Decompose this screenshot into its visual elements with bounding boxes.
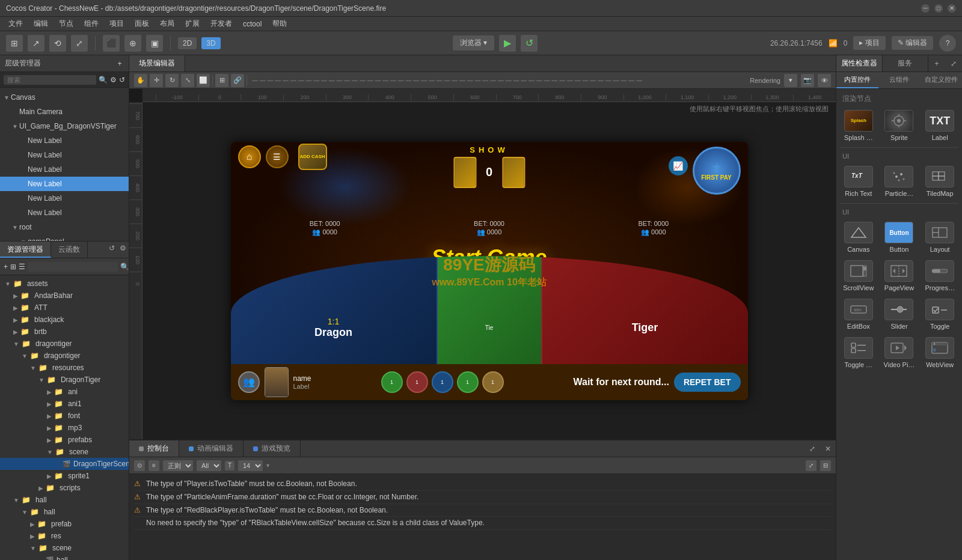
tool-rect[interactable]: ⬜ [197,74,210,87]
tree-item-ui-game-bg[interactable]: UI_Game_Bg_DragonVSTiger [0,119,129,133]
hierarchy-search-input[interactable] [4,75,96,85]
asset-prefab[interactable]: ▶ 📁 prefab [0,518,129,530]
menu-component[interactable]: 组件 [79,17,103,30]
inspector-expand-icon[interactable]: ⤢ [945,55,962,72]
tool-grid[interactable]: ⊞ [215,74,228,87]
asset-font[interactable]: ▶ 📁 font [0,410,129,422]
node-splash[interactable]: Splash Splash … [840,110,877,141]
tree-item-newlabel-5[interactable]: New Label [0,191,129,205]
node-richtext[interactable]: TxT Rich Text [840,166,877,197]
console-fontsize-select[interactable]: 14 [238,460,263,471]
asset-scripts[interactable]: ▶ 📁 scripts [0,482,129,494]
console-clear-button[interactable]: ⊙ [134,460,145,471]
bet-chip-1[interactable]: 1 [381,371,403,393]
node-layout[interactable]: Layout [921,222,958,253]
menu-node[interactable]: 节点 [54,17,78,30]
asset-dragontiger-folder[interactable]: ▼ 📁 DragonTiger [0,374,129,386]
sub-tab-builtin[interactable]: 内置控件 [836,72,878,88]
node-tiledmap[interactable]: TiledMap [921,166,958,197]
asset-res[interactable]: ▶ 📁 res [0,530,129,542]
node-video[interactable]: Video Pi… [881,337,918,368]
asset-dragontiger[interactable]: ▼ 📁 dragontiger [0,338,129,350]
toolbar-btn-7[interactable]: ▣ [146,35,163,52]
asset-ani[interactable]: ▶ 📁 ani [0,386,129,398]
menu-dev[interactable]: 开发者 [206,17,237,30]
assets-add-icon[interactable]: + [4,263,8,271]
console-close-icon[interactable]: ✕ [820,442,836,455]
tool-scale[interactable]: ⤡ [181,74,194,87]
asset-andarbahar[interactable]: ▶ 📁 AndarBahar [0,290,129,302]
add-cash-area[interactable]: ADD CASH [295,142,331,172]
tree-item-newlabel-1[interactable]: New Label [0,133,129,148]
minimize-button[interactable]: ─ [921,4,930,13]
tree-item-newlabel-3[interactable]: New Label [0,162,129,177]
console-level-select[interactable]: All [197,460,221,471]
asset-mp3[interactable]: ▶ 📁 mp3 [0,422,129,434]
assets-config-icon[interactable]: ⚙ [117,242,129,258]
asset-hall[interactable]: ▼ 📁 hall [0,494,129,506]
tree-item-gamepanel[interactable]: gamePanel [0,234,129,241]
asset-sprite1[interactable]: ▶ 📁 sprite1 [0,470,129,482]
scene-editor-tab[interactable]: 场景编辑器 [129,55,185,72]
asset-ani1[interactable]: ▶ 📁 ani1 [0,398,129,410]
camera-btn[interactable]: 📷 [801,74,814,87]
game-home-button[interactable]: ⌂ [238,145,261,168]
bet-chip-3[interactable]: 1 [432,371,453,393]
assets-refresh-icon[interactable]: ↺ [106,242,117,258]
hierarchy-config-icon[interactable]: ⚙ [110,76,117,84]
toolbar-btn-4[interactable]: ⤢ [71,35,88,52]
node-button[interactable]: Button Button [881,222,918,253]
cloud-functions-tab[interactable]: 云函数 [51,242,88,258]
asset-resources[interactable]: ▼ 📁 resources [0,362,129,374]
toolbar-btn-3[interactable]: ⟲ [49,35,66,52]
node-toggle[interactable]: Toggle [921,299,958,330]
node-togglelist[interactable]: Toggle … [840,337,877,368]
ui-game-bg-arrow[interactable] [11,122,19,130]
node-slider[interactable]: Slider [881,299,918,330]
game-preview-tab[interactable]: 游戏预览 [244,440,301,457]
animation-tab[interactable]: 动画编辑器 [179,440,244,457]
tool-snap[interactable]: 🔗 [231,74,244,87]
asset-brtb[interactable]: ▶ 📁 brtb [0,326,129,338]
project-button[interactable]: ▸ 项目 [853,36,885,50]
sub-tab-custom[interactable]: 自定义控件 [920,72,962,88]
asset-assets[interactable]: ▼ 📁 assets [0,278,129,290]
inspector-add-icon[interactable]: + [928,55,945,72]
trend-button[interactable]: 📈 [669,156,688,175]
console-expand-btn[interactable]: ⤢ [806,460,816,471]
repet-bet-button[interactable]: REPET BET [674,373,741,392]
node-webview[interactable]: e WebView [921,337,958,368]
menu-layout[interactable]: 布局 [155,17,179,30]
tool-rotate[interactable]: ↻ [165,74,179,87]
hierarchy-add-icon[interactable]: + [115,59,124,68]
asset-hall-scene[interactable]: ▶ 🎬 hall [0,554,129,560]
toolbar-btn-5[interactable]: ⬛ [103,35,120,52]
node-sprite[interactable]: Sprite [881,110,918,141]
node-scrollview[interactable]: ScrollView [840,260,877,291]
help-button[interactable]: ? [939,35,956,52]
console-dock-btn[interactable]: ⊟ [820,460,831,471]
asset-hall2[interactable]: ▼ 📁 hall [0,506,129,518]
tree-item-newlabel-2[interactable]: New Label [0,148,129,162]
inspector-tab-services[interactable]: 服务 [883,55,929,72]
mode-3d-button[interactable]: 3D [201,37,220,49]
sub-tab-cloud[interactable]: 云组件 [878,72,921,88]
inspector-tab-attributes[interactable]: 属性检查器 [836,55,883,72]
menu-panel[interactable]: 面板 [130,17,154,30]
menu-edit[interactable]: 编辑 [29,17,53,30]
play-button[interactable]: ▶ [499,35,516,52]
gamepanel-arrow[interactable] [19,237,28,241]
maximize-button[interactable]: □ [934,4,943,13]
console-tab[interactable]: 控制台 [129,440,179,457]
node-particle[interactable]: Particle… [881,166,918,197]
assets-tab[interactable]: 资源管理器 [0,242,51,258]
node-label[interactable]: TXT Label [921,110,958,141]
canvas-arrow[interactable] [2,93,11,102]
editor-button[interactable]: ✎ 编辑器 [892,36,933,50]
refresh-button[interactable]: ↺ [521,35,538,52]
console-type-select[interactable]: 正则 [163,460,193,471]
search-icon[interactable]: 🔍 [99,76,108,84]
asset-blackjack[interactable]: ▶ 📁 blackjack [0,314,129,326]
view-btn[interactable]: 👁 [818,74,831,87]
tree-item-newlabel-4[interactable]: New Label [0,177,129,191]
